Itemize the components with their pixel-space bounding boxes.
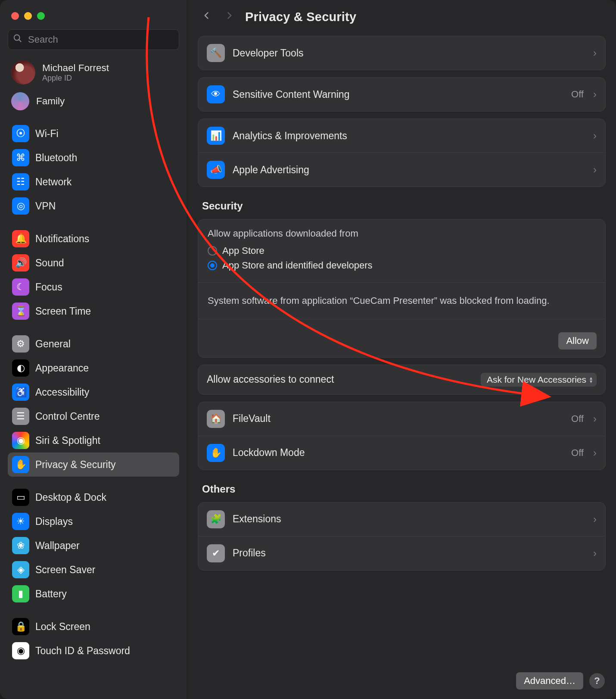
family-icon [11,92,29,110]
accessibility-icon: ♿ [12,384,29,401]
svg-line-1 [19,40,21,42]
screen-saver-icon: ◈ [12,561,29,578]
page-title: Privacy & Security [245,10,356,24]
row-lockdown-mode[interactable]: ✋Lockdown ModeOff› [198,436,605,470]
help-button[interactable]: ? [589,673,605,689]
security-panel: Allow applications downloaded from App S… [198,219,606,358]
radio-app-store-and-identified-developers[interactable]: App Store and identified developers [208,260,596,271]
sidebar-item-lock-screen[interactable]: 🔒Lock Screen [8,615,179,639]
chevron-right-icon: › [593,130,597,142]
sidebar-item-sound[interactable]: 🔊Sound [8,251,179,275]
sidebar-item-desktop-dock[interactable]: ▭Desktop & Dock [8,485,179,509]
sidebar-item-touch-id-password[interactable]: ◉Touch ID & Password [8,639,179,663]
lock-screen-icon: 🔒 [12,618,29,635]
nav-back-button[interactable] [200,9,213,25]
search-field-wrap [8,29,179,50]
desktop-dock-icon: ▭ [12,489,29,506]
sidebar-item-label: Lock Screen [35,621,90,633]
chevron-right-icon: › [593,413,597,425]
blocked-software-message: System software from application “CueCam… [208,294,596,308]
minimize-window-button[interactable] [24,12,32,20]
sidebar-item-family[interactable]: Family [8,90,179,113]
nav-forward-button[interactable] [223,9,236,25]
sidebar-item-siri-spotlight[interactable]: ◉Siri & Spotlight [8,428,179,452]
chevron-right-icon: › [593,88,597,100]
row-label: Analytics & Improvements [233,130,585,142]
sidebar-item-label: Battery [35,588,67,600]
allow-button[interactable]: Allow [558,332,597,350]
filevault-icon: 🏠 [207,410,225,428]
radio-app-store[interactable]: App Store [208,245,596,256]
allow-apps-from-label: Allow applications downloaded from [208,228,596,239]
row-sensitive-content-warning[interactable]: 👁Sensitive Content WarningOff› [198,78,605,111]
row-developer-tools[interactable]: 🔨Developer Tools› [198,36,605,70]
row-analytics-improvements[interactable]: 📊Analytics & Improvements› [198,119,605,153]
accessories-popup[interactable]: Ask for New Accessories ▴▾ [481,373,597,387]
row-profiles[interactable]: ✔Profiles› [198,536,605,570]
row-label: Extensions [233,513,585,525]
sidebar-item-displays[interactable]: ☀Displays [8,509,179,534]
advanced-button[interactable]: Advanced… [516,672,583,690]
avatar [11,60,35,84]
row-accessories[interactable]: Allow accessories to connect Ask for New… [198,365,605,394]
zoom-window-button[interactable] [37,12,45,20]
sidebar-item-label: Displays [35,516,73,527]
general-icon: ⚙ [12,335,29,353]
sidebar-item-general[interactable]: ⚙General [8,332,179,356]
row-value: Off [571,447,584,459]
search-input[interactable] [8,29,179,50]
sidebar-item-screen-time[interactable]: ⌛Screen Time [8,299,179,323]
eye-icon: 👁 [207,85,225,103]
sidebar-item-label: Control Centre [35,411,100,422]
chart-icon: 📊 [207,127,225,145]
radio-indicator [208,246,217,256]
search-icon [13,34,22,46]
sidebar-item-wi-fi[interactable]: ⦿Wi-Fi [8,122,179,146]
row-label: Allow accessories to connect [207,374,481,385]
footer: Advanced… ? [187,665,616,699]
row-apple-advertising[interactable]: 📣Apple Advertising› [198,153,605,187]
sidebar-item-bluetooth[interactable]: ⌘Bluetooth [8,146,179,170]
sidebar-item-label: General [35,338,71,350]
sidebar-item-vpn[interactable]: ◎VPN [8,194,179,218]
siri-icon: ◉ [12,432,29,449]
sidebar-item-control-centre[interactable]: ☰Control Centre [8,404,179,428]
sidebar-item-notifications[interactable]: 🔔Notifications [8,227,179,251]
close-window-button[interactable] [11,12,19,20]
sidebar-item-label: Sound [35,257,64,269]
displays-icon: ☀ [12,513,29,530]
sidebar-item-label: Network [35,176,72,188]
sidebar-item-battery[interactable]: ▮Battery [8,582,179,606]
row-extensions[interactable]: 🧩Extensions› [198,502,605,536]
megaphone-icon: 📣 [207,161,225,179]
svg-point-0 [14,35,20,41]
wifi-icon: ⦿ [12,125,29,142]
stepper-icon: ▴▾ [590,376,592,383]
row-label: Apple Advertising [233,164,585,176]
sidebar-item-label: VPN [35,200,56,212]
touchid-icon: ◉ [12,642,29,659]
sidebar-item-label: Touch ID & Password [35,645,130,657]
sidebar-item-appearance[interactable]: ◐Appearance [8,356,179,380]
sidebar-item-label: Focus [35,281,62,293]
row-filevault[interactable]: 🏠FileVaultOff› [198,402,605,436]
sidebar-item-label: Privacy & Security [35,459,116,471]
main-content: Privacy & Security 🔨Developer Tools› 👁Se… [187,0,616,699]
sidebar-item-apple-id[interactable]: Michael Forrest Apple ID [8,58,179,87]
bluetooth-icon: ⌘ [12,149,29,166]
chevron-right-icon: › [593,47,597,59]
wallpaper-icon: ❀ [12,537,29,554]
sidebar-item-network[interactable]: ☷Network [8,170,179,194]
sidebar-item-label: Appearance [35,362,89,374]
chevron-right-icon: › [593,547,597,559]
sidebar-item-privacy-security[interactable]: ✋Privacy & Security [8,452,179,477]
sidebar-item-focus[interactable]: ☾Focus [8,275,179,299]
sidebar-item-accessibility[interactable]: ♿Accessibility [8,380,179,404]
profiles-icon: ✔ [207,544,225,562]
sidebar-item-screen-saver[interactable]: ◈Screen Saver [8,558,179,582]
sound-icon: 🔊 [12,254,29,271]
sidebar-item-label: Family [36,96,65,107]
appearance-icon: ◐ [12,359,29,377]
sidebar-item-label: Screen Saver [35,564,95,576]
sidebar-item-wallpaper[interactable]: ❀Wallpaper [8,534,179,558]
